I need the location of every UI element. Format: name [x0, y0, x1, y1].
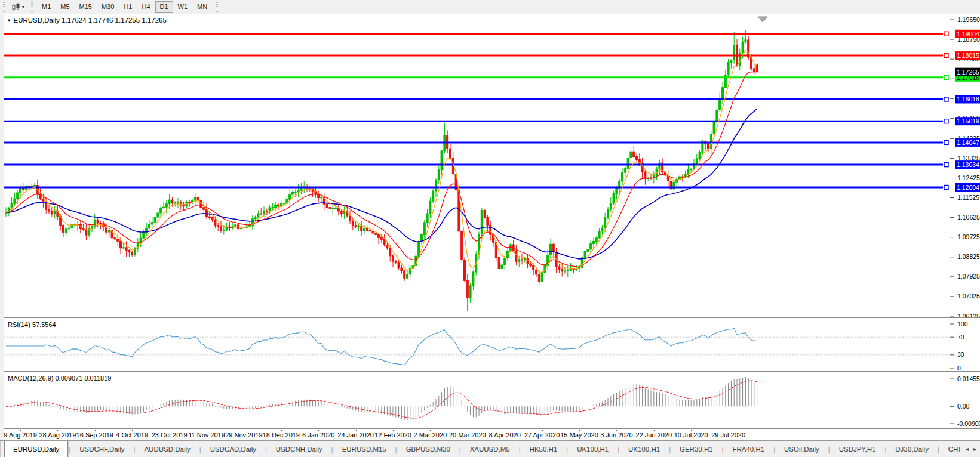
date-label-0: 9 Aug 2019 — [4, 431, 37, 439]
candle-73 — [214, 220, 216, 226]
chart-tab-2[interactable]: AUDUSD,Daily — [136, 441, 198, 457]
chart-tab-7[interactable]: XAUUSD,M5 — [462, 441, 518, 457]
candle-22 — [68, 228, 70, 229]
candle-102 — [297, 190, 299, 192]
timeframe-button-M1[interactable]: M1 — [37, 1, 56, 13]
candle-41 — [122, 248, 124, 248]
date-label-13: 8 Apr 2020 — [489, 431, 521, 439]
line-anchor-6 — [944, 163, 948, 167]
price-tick-label: 1.06125 — [957, 313, 980, 317]
date-label-14: 27 Apr 2020 — [524, 431, 560, 439]
candle-131 — [380, 237, 382, 239]
timeframe-button-M30[interactable]: M30 — [97, 1, 119, 13]
date-label-16: 3 Jun 2020 — [600, 431, 632, 439]
chart-tab-bar: EURUSD,Daily|USDCHF,Daily|AUDUSD,Daily|U… — [0, 440, 980, 457]
candle-94 — [275, 205, 277, 207]
candle-112 — [326, 204, 328, 207]
chart-tab-10[interactable]: UK100,H1 — [620, 441, 668, 457]
chart-window: ▾ EURUSD,Daily 1.17624 1.17746 1.17255 1… — [4, 14, 980, 441]
toolbar-grip[interactable] — [3, 2, 5, 12]
rsi-panel-canvas[interactable]: 10070300 — [4, 319, 980, 371]
candle-162 — [469, 286, 471, 298]
chart-tab-15[interactable]: DJ30,Daily — [887, 441, 937, 457]
candle-254 — [733, 45, 735, 60]
timeframe-button-H4[interactable]: H4 — [137, 1, 155, 13]
price-tick-label: 1.10625 — [957, 214, 980, 221]
candle-54 — [160, 208, 162, 213]
chart-ohlc-text: EURUSD,Daily 1.17624 1.17746 1.17255 1.1… — [14, 17, 167, 24]
svg-text:1.15019: 1.15019 — [957, 118, 979, 125]
candle-123 — [358, 227, 360, 227]
chart-tab-6[interactable]: GBPUSD,M30 — [398, 441, 459, 457]
candle-53 — [157, 213, 159, 217]
line-anchor-5 — [944, 140, 948, 144]
candle-146 — [423, 223, 425, 235]
chart-shift-marker[interactable] — [758, 17, 767, 22]
toolbar-grip[interactable] — [31, 2, 33, 12]
chart-tab-8[interactable]: HK50,H1 — [521, 441, 566, 457]
svg-text:1.18015: 1.18015 — [957, 52, 979, 59]
candle-62 — [183, 205, 185, 206]
date-label-9: 24 Jan 2020 — [337, 431, 374, 439]
chart-tab-12[interactable]: FRA40,H1 — [724, 441, 773, 457]
candle-8 — [28, 186, 30, 186]
chart-tab-14[interactable]: USDJPY,H1 — [831, 441, 884, 457]
chart-tab-4[interactable]: USDCNH,Daily — [268, 441, 331, 457]
candle-130 — [378, 234, 380, 237]
candle-40 — [120, 241, 122, 248]
candle-160 — [464, 260, 466, 280]
candle-27 — [82, 229, 84, 230]
candle-75 — [220, 227, 222, 231]
candle-118 — [343, 211, 345, 214]
candle-51 — [151, 223, 153, 224]
timeframe-button-W1[interactable]: W1 — [173, 1, 193, 13]
svg-text:1.14047: 1.14047 — [957, 139, 979, 146]
candle-128 — [372, 231, 374, 233]
chart-type-button[interactable]: ▾ — [9, 1, 27, 13]
candle-207 — [598, 231, 600, 238]
candle-44 — [131, 252, 133, 255]
date-label-18: 10 Jul 2020 — [674, 431, 708, 439]
tab-scroll-right-button[interactable]: ▸ — [973, 446, 976, 452]
toolbar-grip[interactable] — [216, 2, 218, 12]
timeframe-button-D1[interactable]: D1 — [155, 1, 173, 13]
svg-text:1.13034: 1.13034 — [957, 161, 979, 168]
date-axis[interactable]: 9 Aug 201928 Aug 201916 Sep 20194 Oct 20… — [4, 430, 980, 440]
timeframe-button-H1[interactable]: H1 — [119, 1, 137, 13]
macd-panel-canvas[interactable]: 0.0145560.00-0.009001 — [4, 372, 980, 428]
timeframe-button-MN[interactable]: MN — [192, 1, 212, 13]
chart-tab-5[interactable]: EURUSD,M15 — [334, 441, 395, 457]
chart-tab-3[interactable]: USDCAD,Daily — [202, 441, 265, 457]
candle-205 — [593, 241, 595, 243]
line-anchor-7 — [944, 185, 948, 189]
candle-139 — [404, 271, 405, 278]
tab-scroll-left-button[interactable]: ◂ — [966, 446, 969, 452]
candle-120 — [349, 216, 351, 221]
chart-tab-9[interactable]: UK100,H1 — [569, 441, 617, 457]
price-tick-label: 1.19650 — [957, 16, 980, 23]
main-chart-canvas[interactable]: 1.196501.187501.178501.169501.160501.151… — [4, 14, 980, 317]
candle-36 — [108, 230, 110, 232]
date-label-2: 16 Sep 2019 — [76, 431, 113, 439]
candle-245 — [708, 144, 709, 149]
candle-87 — [254, 217, 256, 219]
candle-88 — [257, 214, 259, 217]
candle-52 — [154, 217, 156, 223]
price-tick-label: 1.08825 — [957, 253, 980, 260]
chart-tab-11[interactable]: GER30,H1 — [671, 441, 721, 457]
candle-135 — [392, 256, 394, 261]
candle-212 — [613, 193, 615, 203]
candle-82 — [240, 228, 242, 229]
chart-tab-0[interactable]: EURUSD,Daily — [4, 441, 68, 457]
chart-tab-1[interactable]: USDCHF,Daily — [71, 441, 133, 457]
timeframe-button-M15[interactable]: M15 — [75, 1, 97, 13]
candle-3 — [14, 199, 16, 203]
candle-57 — [168, 200, 170, 204]
timeframe-button-M5[interactable]: M5 — [56, 1, 74, 13]
chart-tab-13[interactable]: USOil,Daily — [776, 441, 828, 457]
candle-193 — [558, 267, 560, 269]
rsi-tick-label: 0 — [957, 365, 961, 372]
candle-89 — [260, 214, 262, 214]
candle-218 — [630, 152, 632, 158]
candle-219 — [633, 152, 635, 156]
